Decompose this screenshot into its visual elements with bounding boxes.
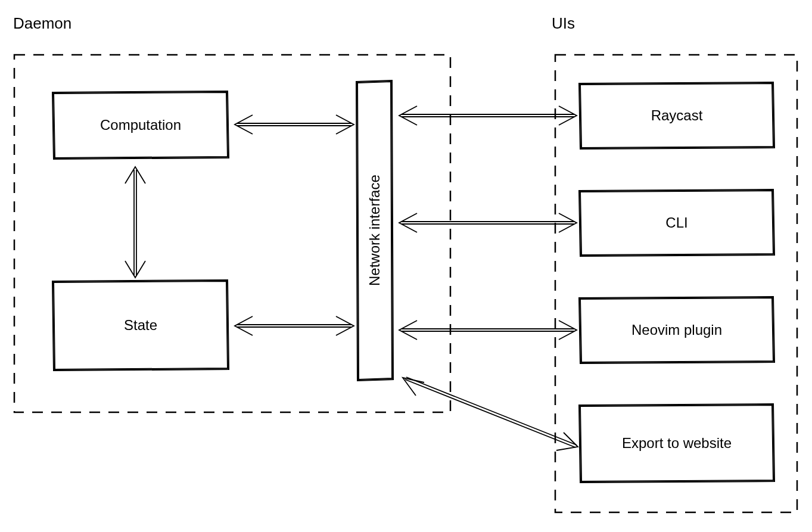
arrow-network-raycast xyxy=(399,106,577,125)
svg-rect-0 xyxy=(14,55,450,412)
cli-box xyxy=(579,189,774,256)
arrow-network-export xyxy=(403,377,578,450)
arrow-network-neovim xyxy=(399,321,577,340)
arrow-state-network xyxy=(235,316,354,335)
state-box xyxy=(52,280,229,371)
uis-group xyxy=(555,55,797,512)
computation-box xyxy=(52,91,229,159)
export-to-website-box xyxy=(579,404,774,483)
network-interface-box xyxy=(356,80,393,381)
daemon-group xyxy=(14,55,450,412)
arrow-computation-state xyxy=(125,167,145,278)
arrow-computation-network xyxy=(235,115,354,134)
neovim-plugin-box xyxy=(579,297,774,363)
raycast-box xyxy=(579,82,774,149)
svg-line-14 xyxy=(405,379,575,447)
svg-rect-1 xyxy=(555,55,797,512)
svg-line-15 xyxy=(406,377,577,445)
arrow-network-cli xyxy=(399,213,577,232)
